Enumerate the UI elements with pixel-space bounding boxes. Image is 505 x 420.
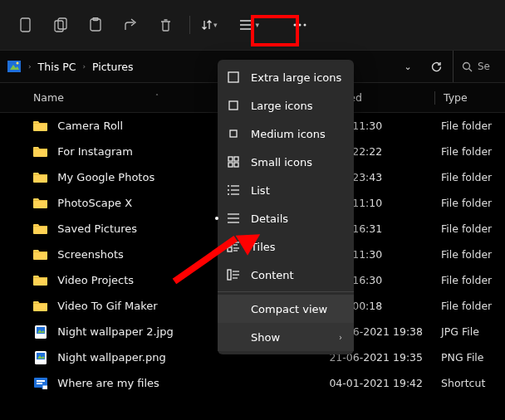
folder-icon [33, 247, 47, 262]
menu-separator [218, 291, 354, 292]
svg-rect-0 [21, 18, 30, 32]
breadcrumb-this-pc[interactable]: This PC [38, 61, 76, 73]
delete-button[interactable] [151, 11, 179, 39]
file-type: File folder [441, 171, 505, 183]
svg-rect-1 [55, 21, 63, 32]
svg-point-10 [304, 24, 306, 27]
chevron-right-icon: › [339, 333, 342, 342]
svg-rect-45 [228, 247, 232, 252]
svg-rect-29 [228, 157, 233, 161]
file-type: File folder [441, 222, 505, 235]
view-option-icon [226, 99, 241, 112]
view-option-icon [226, 155, 241, 168]
svg-point-38 [228, 193, 229, 195]
svg-point-37 [228, 189, 229, 191]
column-header-type[interactable]: Type [444, 91, 505, 104]
share-button[interactable] [116, 11, 145, 39]
view-menu-item[interactable]: List [218, 176, 354, 204]
view-option-icon [226, 212, 241, 224]
folder-icon [33, 119, 47, 134]
search-box[interactable]: Se [453, 51, 498, 82]
view-menu-item[interactable]: Details [218, 204, 354, 232]
svg-rect-48 [228, 270, 231, 280]
view-option-icon [226, 241, 241, 252]
view-menu-item[interactable]: Extra large icons [218, 63, 354, 91]
svg-rect-28 [230, 130, 237, 137]
svg-point-13 [17, 62, 19, 65]
svg-rect-2 [58, 18, 66, 29]
folder-icon [33, 299, 47, 314]
file-type: File folder [441, 248, 505, 261]
compact-view-item[interactable]: Compact view [218, 295, 354, 323]
svg-rect-31 [228, 163, 233, 167]
file-type: PNG File [441, 351, 505, 364]
view-menu-item[interactable]: Medium icons [218, 120, 354, 148]
image-file-icon [33, 350, 47, 365]
copy-button[interactable] [47, 11, 75, 39]
search-placeholder: Se [478, 61, 490, 72]
new-button[interactable] [12, 11, 40, 39]
toolbar-separator [189, 16, 190, 34]
chevron-right-icon[interactable]: › [28, 62, 32, 71]
sort-button[interactable]: ▾ [200, 18, 223, 32]
view-menu-item[interactable]: Small icons [218, 148, 354, 176]
folder-icon [33, 196, 47, 211]
svg-rect-26 [228, 72, 238, 82]
view-menu-item[interactable]: Content [218, 261, 354, 289]
file-type: File folder [441, 197, 505, 209]
view-menu-item[interactable]: Tiles [218, 232, 354, 261]
view-option-icon [226, 71, 241, 84]
view-option-label: Content [251, 269, 294, 281]
file-type: File folder [441, 300, 505, 312]
breadcrumb-pictures[interactable]: Pictures [92, 61, 134, 73]
svg-rect-30 [234, 157, 238, 161]
paste-button[interactable] [81, 11, 110, 39]
folder-icon [33, 273, 47, 288]
svg-rect-23 [37, 380, 45, 382]
svg-rect-32 [234, 163, 238, 167]
file-type: File folder [441, 274, 505, 286]
chevron-right-icon[interactable]: › [82, 62, 86, 71]
folder-icon [33, 144, 47, 159]
view-option-icon [226, 127, 241, 140]
file-row[interactable]: Where are my files04-01-2021 19:42Shortc… [0, 370, 505, 396]
selected-indicator [215, 217, 218, 220]
image-file-icon [33, 325, 47, 339]
chevron-down-icon: ▾ [213, 21, 218, 29]
view-option-label: Medium icons [251, 128, 326, 140]
svg-point-8 [294, 24, 297, 27]
folder-icon [33, 170, 47, 185]
svg-rect-27 [229, 101, 238, 110]
svg-rect-24 [37, 383, 42, 384]
file-type: File folder [441, 145, 505, 158]
sort-caret-icon: ˄ [155, 94, 159, 101]
view-option-label: List [251, 184, 270, 197]
file-type: JPG File [441, 325, 505, 338]
toolbar: ▾ ▾ [0, 0, 505, 50]
view-option-icon [226, 269, 241, 281]
location-icon [7, 59, 22, 74]
view-option-label: Extra large icons [251, 71, 341, 84]
svg-point-9 [299, 24, 302, 27]
history-chevron-button[interactable]: ⌄ [396, 55, 419, 78]
show-submenu-item[interactable]: Show › [218, 323, 354, 351]
folder-icon [33, 222, 47, 237]
view-option-icon [226, 184, 241, 196]
view-option-label: Tiles [251, 241, 276, 253]
view-button[interactable]: ▾ [234, 12, 270, 37]
file-name: Where are my files [57, 377, 329, 389]
file-type: File folder [441, 120, 505, 132]
more-button[interactable] [286, 11, 314, 39]
shortcut-icon [33, 376, 47, 391]
view-menu-item[interactable]: Large icons [218, 91, 354, 120]
refresh-button[interactable] [424, 55, 448, 78]
svg-rect-42 [228, 242, 232, 246]
svg-point-14 [463, 62, 470, 69]
svg-point-36 [228, 185, 229, 187]
view-menu: Extra large iconsLarge iconsMedium icons… [218, 60, 354, 354]
file-type: Shortcut [441, 377, 505, 389]
view-option-label: Large icons [251, 100, 312, 112]
view-option-label: Details [251, 212, 288, 225]
svg-line-15 [469, 68, 473, 71]
file-modified: 04-01-2021 19:42 [329, 377, 441, 389]
